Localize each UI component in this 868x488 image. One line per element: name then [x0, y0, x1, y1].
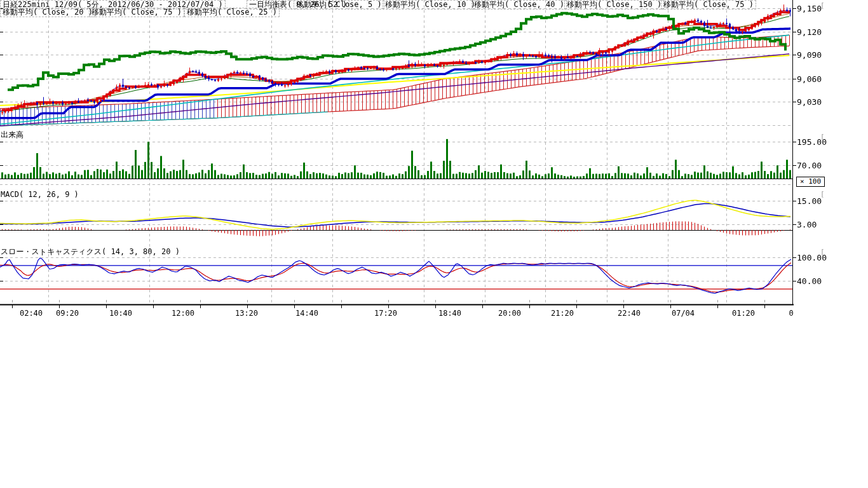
price-axis-label: 9,060	[797, 74, 822, 84]
chart-canvas[interactable]	[0, 0, 868, 488]
time-axis-label: 01:20	[732, 309, 755, 318]
time-axis-label: 21:20	[551, 309, 574, 318]
stoch-panel-label: スロー・ストキャスティクス( 14, 3, 80, 20 )	[1, 247, 180, 257]
time-axis-label: 20:00	[498, 309, 521, 318]
panel-marker-icon: [	[820, 1, 825, 10]
legend-item: 移動平均( Close, 150 )	[564, 0, 664, 10]
time-axis-label: 13:20	[235, 309, 258, 318]
time-axis-label: 0	[789, 309, 793, 318]
time-axis-label: 02:40	[20, 309, 43, 318]
time-axis-label: 14:40	[295, 309, 318, 318]
macd-axis-label: 15.00	[797, 196, 822, 206]
stoch-axis-label: 40.00	[797, 276, 822, 286]
volume-axis-label: 70.00	[797, 161, 822, 170]
volume-multiplier-badge: × 100	[796, 177, 825, 187]
macd-panel-label: MACD( 12, 26, 9 )	[1, 190, 79, 199]
macd-axis-label: 3.00	[797, 220, 817, 229]
time-axis-label: 10:40	[109, 309, 132, 318]
time-axis-label: 22:40	[618, 309, 641, 318]
volume-panel-label: 出来高	[1, 130, 24, 140]
price-axis-label: 9,120	[797, 27, 822, 37]
price-axis-label: 9,030	[797, 97, 822, 107]
legend-item: 移動平均( Close, 75 )	[89, 8, 184, 17]
panel-marker-icon: [	[820, 133, 825, 141]
price-axis-label: 9,090	[797, 50, 822, 60]
panel-marker-icon: [	[820, 190, 825, 198]
legend-item: 移動平均( Close, 40 )	[471, 0, 567, 10]
legend-item: 移動平均( Close, 10 )	[383, 0, 478, 10]
price-axis-label: 9,150	[797, 4, 822, 13]
time-axis-label: 18:40	[438, 309, 461, 318]
time-axis-label: 17:20	[374, 309, 397, 318]
legend-item: 移動平均( Close, 75 )	[661, 0, 756, 10]
legend-item: 移動平均( Close, 25 )	[184, 8, 280, 17]
chart-window: 日経225mini 12/09( 5分, 2012/06/30 - 2012/0…	[0, 0, 868, 488]
time-axis-label: 07/04	[672, 309, 695, 318]
legend-item: 移動平均( Close, 5 )	[294, 0, 384, 10]
time-axis-label: 12:00	[172, 309, 194, 318]
panel-marker-icon: [	[820, 248, 825, 256]
legend-item: 移動平均( Close, 20 )	[0, 8, 95, 17]
time-axis-label: 09:20	[56, 309, 79, 318]
